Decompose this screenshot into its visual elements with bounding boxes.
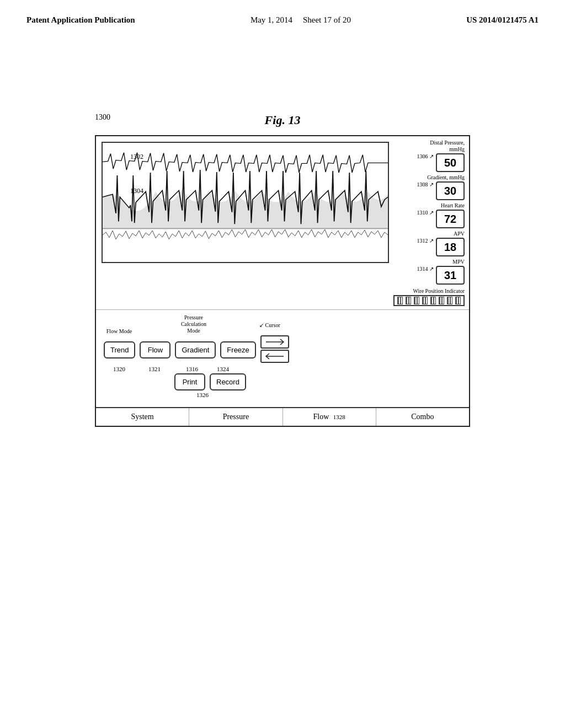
waveform-label-1304: 1304	[130, 187, 143, 195]
wire-seg-4	[422, 297, 428, 304]
device-box: 1302 1304	[95, 135, 470, 427]
metric-label-1310: Heart Rate	[441, 202, 465, 209]
metric-heart-rate: Heart Rate 1310 ↗ 72	[393, 202, 465, 228]
freeze-button[interactable]: Freeze	[220, 341, 255, 358]
metric-ref-1306: 1306 ↗	[417, 153, 434, 159]
metric-label-1308: Gradient, mmHg	[427, 174, 465, 181]
trend-button[interactable]: Trend	[104, 341, 135, 358]
waveform-area: 1302 1304	[102, 142, 389, 263]
waveform-label-1302: 1302	[130, 153, 143, 161]
ref-1321: 1321	[139, 366, 170, 372]
metric-label-1314: MPV	[452, 259, 465, 265]
metric-distal-pressure: Distal Pressure,mmHg 1306 ↗ 50	[393, 140, 465, 172]
metric-mpv: MPV 1314 ↗ 31	[393, 259, 465, 285]
ref-1316: 1316	[174, 366, 210, 372]
ref-1326: 1326	[196, 392, 209, 398]
wire-seg-1	[397, 297, 403, 304]
page-header: Patent Application Publication May 1, 20…	[0, 0, 565, 25]
metric-gradient: Gradient, mmHg 1308 ↗ 30	[393, 174, 465, 200]
record-button[interactable]: Record	[210, 373, 246, 390]
tab-pressure[interactable]: Pressure	[189, 408, 282, 426]
flow-button[interactable]: Flow	[140, 341, 170, 358]
tab-system[interactable]: System	[96, 408, 189, 426]
cursor-up-button[interactable]	[260, 335, 289, 349]
pressure-calc-label: PressureCalculationMode	[174, 314, 213, 334]
wire-position-block: Wire Position Indicator	[393, 288, 465, 306]
metric-value-1308: 30	[436, 181, 465, 200]
figure-ref-1300: 1300	[95, 113, 110, 122]
metric-apv: APV 1312 ↗ 18	[393, 231, 465, 256]
wire-seg-8	[455, 297, 461, 304]
right-panel: Distal Pressure,mmHg 1306 ↗ 50 Gradient,…	[389, 136, 469, 309]
header-sheet: Sheet 17 of 20	[303, 15, 351, 24]
metric-label-1312: APV	[454, 231, 465, 237]
header-left: Patent Application Publication	[26, 15, 135, 25]
metric-ref-1308: 1308 ↗	[417, 181, 434, 188]
metric-row-1308: 1308 ↗ 30	[393, 181, 465, 200]
waveform-svg	[103, 143, 388, 262]
ref-1328: 1328	[333, 414, 345, 420]
figure-title: Fig. 13	[95, 113, 470, 127]
metric-row-1306: 1306 ↗ 50	[393, 153, 465, 172]
cursor-label: ↙ Cursor	[259, 322, 280, 334]
print-button[interactable]: Print	[174, 373, 205, 390]
header-center: May 1, 2014 Sheet 17 of 20	[250, 15, 351, 25]
flow-mode-label: Flow Mode	[104, 328, 135, 334]
gradient-button[interactable]: Gradient	[175, 341, 216, 358]
metric-value-1314: 31	[436, 266, 465, 285]
device-top: 1302 1304	[96, 136, 469, 309]
header-right: US 2014/0121475 A1	[466, 15, 539, 25]
tab-combo[interactable]: Combo	[376, 408, 469, 426]
cursor-down-button[interactable]	[260, 350, 289, 363]
metric-row-1310: 1310 ↗ 72	[393, 210, 465, 228]
wire-seg-5	[430, 297, 436, 304]
metric-ref-1314: 1314 ↗	[417, 266, 434, 272]
tabs-row: System Pressure Flow 1328 Combo	[96, 407, 469, 426]
wire-seg-2	[406, 297, 411, 304]
figure-container: 1300 Fig. 13 1302 1304	[0, 113, 565, 427]
cursor-group	[260, 335, 289, 364]
metric-value-1310: 72	[436, 210, 465, 228]
metric-ref-1310: 1310 ↗	[417, 210, 434, 216]
wire-seg-3	[414, 297, 419, 304]
wire-seg-6	[439, 297, 444, 304]
metric-row-1312: 1312 ↗ 18	[393, 238, 465, 256]
wire-position-bar	[393, 295, 465, 306]
metric-row-1314: 1314 ↗ 31	[393, 266, 465, 285]
tab-flow[interactable]: Flow 1328	[283, 408, 376, 426]
controls-area: Flow Mode PressureCalculationMode ↙ Curs…	[96, 309, 469, 404]
ref-1324: 1324	[214, 366, 232, 372]
metric-ref-1312: 1312 ↗	[417, 238, 434, 244]
metric-label-1306: Distal Pressure,mmHg	[430, 140, 465, 153]
figure-label-row: 1300 Fig. 13	[95, 113, 470, 131]
header-date: May 1, 2014	[250, 15, 292, 24]
wire-seg-7	[447, 297, 452, 304]
wire-position-label: Wire Position Indicator	[413, 288, 465, 294]
metric-value-1306: 50	[436, 153, 465, 172]
metric-value-1312: 18	[436, 238, 465, 256]
ref-1320: 1320	[104, 366, 135, 372]
